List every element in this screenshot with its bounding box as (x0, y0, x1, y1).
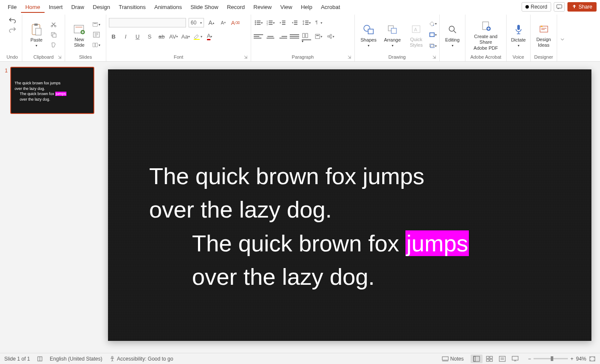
clipboard-launcher[interactable]: ⇲ (58, 55, 61, 60)
menu-draw[interactable]: Draw (67, 1, 88, 13)
italic-button[interactable]: I (121, 32, 130, 41)
smartart-button[interactable]: ▾ (326, 32, 335, 41)
create-pdf-button[interactable]: Create and Share Adobe PDF (468, 18, 504, 51)
zoom-value[interactable]: 94% (576, 356, 586, 362)
menu-slideshow[interactable]: Slide Show (186, 1, 222, 13)
share-button[interactable]: Share (567, 2, 597, 12)
editing-label: Editing (445, 37, 460, 43)
notes-button[interactable]: Notes (442, 356, 464, 362)
font-family-combo[interactable] (109, 18, 186, 27)
shapes-icon (362, 23, 375, 36)
align-left-button[interactable] (254, 32, 263, 41)
svg-rect-2 (34, 24, 38, 26)
group-acrobat-label: Adobe Acrobat (468, 53, 504, 61)
section-button[interactable]: ▾ (93, 41, 100, 49)
justify-button[interactable] (290, 32, 299, 41)
slideshow-view-button[interactable] (509, 355, 521, 363)
zoom-slider[interactable] (534, 358, 568, 359)
design-ideas-button[interactable]: Design Ideas (533, 21, 554, 48)
sorter-view-button[interactable] (483, 355, 495, 363)
strike-button[interactable]: ab (157, 32, 166, 41)
highlighter-icon (193, 33, 201, 40)
highlight-color-button[interactable]: ▾ (193, 32, 202, 41)
dictate-label: Dictate (511, 37, 525, 43)
cut-button[interactable] (50, 21, 57, 28)
slide-thumbnail-1[interactable]: The quick brown fox jumps over the lazy … (10, 67, 94, 114)
font-color-button[interactable]: A▾ (205, 32, 214, 41)
underline-button[interactable]: U (133, 32, 142, 41)
drawing-launcher[interactable]: ⇲ (432, 55, 436, 60)
bullets-button[interactable]: ▾ (254, 18, 263, 27)
redo-button[interactable] (9, 26, 16, 33)
chevron-down-icon: ▾ (36, 44, 37, 48)
shape-effects-button[interactable]: ▾ (429, 42, 437, 50)
menu-help[interactable]: Help (297, 1, 317, 13)
zoom-in-button[interactable]: + (570, 356, 573, 362)
align-right-button[interactable] (278, 32, 287, 41)
new-slide-icon (72, 22, 86, 36)
char-spacing-button[interactable]: AV▾ (169, 32, 178, 41)
menu-record[interactable]: Record (222, 1, 249, 13)
increase-indent-button[interactable] (290, 18, 299, 27)
change-case-button[interactable]: Aa▾ (181, 32, 190, 41)
decrease-font-button[interactable]: A▾ (219, 18, 228, 27)
menu-view[interactable]: View (276, 1, 297, 13)
svg-rect-3 (36, 28, 41, 35)
increase-font-button[interactable]: A▴ (207, 18, 216, 27)
columns-button[interactable]: ▾ (302, 32, 311, 41)
zoom-out-button[interactable]: − (528, 356, 531, 362)
normal-view-button[interactable] (471, 355, 483, 363)
shapes-button[interactable]: Shapes▾ (357, 22, 380, 48)
shape-fill-button[interactable]: ▾ (429, 20, 437, 27)
editing-button[interactable]: Editing▾ (442, 22, 462, 48)
menu-review[interactable]: Review (249, 1, 276, 13)
align-center-button[interactable] (266, 32, 275, 41)
status-accessibility[interactable]: Accessibility: Good to go (109, 356, 173, 362)
paste-button[interactable]: Paste ▾ (25, 22, 48, 48)
reading-view-button[interactable] (496, 355, 508, 363)
group-font-label: Font⇲ (109, 53, 248, 61)
comments-button[interactable] (554, 2, 565, 12)
clear-format-button[interactable]: A⌫ (231, 18, 240, 27)
fit-to-window-button[interactable] (589, 356, 596, 362)
menu-animations[interactable]: Animations (150, 1, 186, 13)
group-editing-spacer (442, 53, 462, 61)
shadow-button[interactable]: S (145, 32, 154, 41)
line-spacing-button[interactable]: ▾ (302, 18, 311, 27)
layout-button[interactable]: ▾ (93, 21, 100, 28)
record-button[interactable]: Record (522, 2, 551, 12)
undo-button[interactable] (9, 16, 16, 24)
svg-point-44 (330, 34, 332, 36)
copy-button[interactable] (50, 31, 57, 39)
status-spellcheck[interactable] (37, 356, 43, 362)
svg-point-61 (111, 356, 113, 358)
new-slide-button[interactable]: New Slide (68, 21, 91, 48)
arrange-button[interactable]: Arrange▾ (381, 22, 404, 48)
status-language[interactable]: English (United States) (50, 356, 102, 362)
menu-file[interactable]: File (3, 1, 21, 13)
slide-textbox[interactable]: The quick brown fox jumps over the lazy … (149, 159, 566, 293)
slide-canvas[interactable]: The quick brown fox jumps over the lazy … (108, 69, 591, 341)
reset-button[interactable] (93, 31, 100, 39)
thumbnail-panel[interactable]: 1 The quick brown fox jumps over the laz… (0, 62, 99, 353)
dictate-button[interactable]: Dictate▾ (509, 22, 528, 48)
font-launcher[interactable]: ⇲ (244, 55, 247, 60)
bold-button[interactable]: B (109, 32, 118, 41)
paragraph-launcher[interactable]: ⇲ (348, 55, 351, 60)
shape-outline-button[interactable]: ▾ (429, 31, 437, 39)
format-painter-button[interactable] (50, 41, 57, 49)
menu-acrobat[interactable]: Acrobat (317, 1, 345, 13)
menu-design[interactable]: Design (89, 1, 114, 13)
zoom-slider-thumb[interactable] (551, 356, 553, 361)
ribbon-collapse-button[interactable]: ⌵ (557, 35, 567, 42)
menu-transitions[interactable]: Transitions (114, 1, 150, 13)
menu-insert[interactable]: Insert (45, 1, 67, 13)
quick-styles-button[interactable]: A Quick Styles (405, 21, 427, 48)
numbering-button[interactable]: 123▾ (266, 18, 275, 27)
slide-canvas-area[interactable]: The quick brown fox jumps over the lazy … (99, 62, 600, 353)
align-text-button[interactable]: ▾ (314, 32, 323, 41)
menu-home[interactable]: Home (21, 1, 45, 13)
decrease-indent-button[interactable] (278, 18, 287, 27)
font-size-combo[interactable]: 60▾ (189, 18, 204, 27)
text-direction-button[interactable]: ¶▾ (314, 18, 323, 27)
